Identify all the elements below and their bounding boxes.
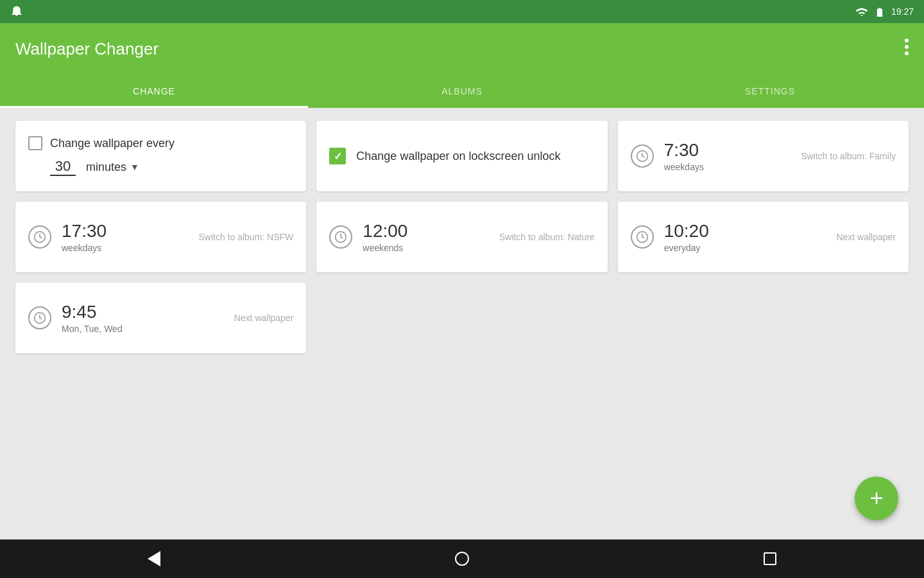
lockscreen-card[interactable]: Change wallpaper on lockscreen unlock [316, 121, 607, 191]
clock-icon-0 [631, 144, 654, 168]
fab-add-button[interactable]: + [855, 477, 898, 520]
clock-icon-4 [28, 306, 51, 329]
schedule-days-4: Mon, Tue, Wed [62, 324, 224, 334]
schedule-info-0: 7:30 weekdays [664, 140, 791, 172]
schedule-action-1: Switch to album: NSFW [199, 232, 294, 242]
fab-plus-icon: + [869, 487, 883, 510]
app-notification-icon [10, 5, 23, 18]
battery-icon [873, 6, 886, 17]
schedule-info-2: 12:00 weekends [363, 221, 489, 253]
svg-point-2 [905, 51, 909, 55]
app-title: Wallpaper Changer [15, 39, 158, 59]
status-time: 19:27 [891, 6, 914, 17]
schedule-card-4[interactable]: 9:45 Mon, Tue, Wed Next wallpaper [15, 283, 306, 353]
change-wallpaper-checkbox[interactable] [28, 136, 42, 150]
nav-back-button[interactable] [135, 539, 173, 578]
interval-unit[interactable]: minutes ▼ [86, 161, 139, 174]
nav-recent-button[interactable] [751, 539, 789, 578]
nav-home-button[interactable] [443, 539, 481, 578]
schedule-days-1: weekdays [62, 243, 189, 253]
schedule-time-3: 10:20 [664, 221, 826, 241]
clock-icon-2 [329, 225, 352, 249]
nav-home-icon [455, 552, 469, 566]
change-wallpaper-top-row: Change wallpaper every [28, 136, 175, 150]
lockscreen-checkbox[interactable] [329, 148, 346, 164]
schedule-action-4: Next wallpaper [234, 313, 294, 323]
status-bar-right: 19:27 [855, 6, 914, 17]
app-bar: Wallpaper Changer [0, 23, 924, 74]
change-wallpaper-card[interactable]: Change wallpaper every 30 minutes ▼ [15, 121, 306, 191]
wifi-icon [855, 6, 868, 17]
tab-settings[interactable]: SETTINGS [616, 74, 924, 108]
tab-albums[interactable]: ALBUMS [308, 74, 616, 108]
schedule-info-4: 9:45 Mon, Tue, Wed [62, 302, 224, 334]
schedule-days-3: everyday [664, 243, 826, 253]
change-wallpaper-bottom-row: 30 minutes ▼ [28, 158, 139, 176]
schedule-card-2[interactable]: 12:00 weekends Switch to album: Nature [316, 202, 607, 272]
status-bar: 19:27 [0, 0, 924, 23]
change-wallpaper-label: Change wallpaper every [50, 137, 175, 150]
schedule-days-2: weekends [363, 243, 489, 253]
schedule-time-1: 17:30 [62, 221, 189, 241]
schedule-time-0: 7:30 [664, 140, 791, 161]
main-content: Change wallpaper every 30 minutes ▼ Chan… [0, 108, 924, 539]
status-bar-left [10, 5, 23, 18]
schedule-action-2: Switch to album: Nature [499, 232, 595, 242]
schedule-action-0: Switch to album: Family [801, 151, 896, 161]
interval-dropdown-arrow: ▼ [130, 162, 139, 172]
interval-value[interactable]: 30 [50, 158, 76, 176]
bottom-nav [0, 539, 924, 578]
nav-recent-icon [764, 552, 776, 565]
schedule-action-3: Next wallpaper [836, 232, 896, 242]
svg-point-0 [905, 39, 909, 42]
tabs-bar: CHANGE ALBUMS SETTINGS [0, 74, 924, 108]
tab-change[interactable]: CHANGE [0, 74, 308, 108]
schedule-card-1[interactable]: 17:30 weekdays Switch to album: NSFW [15, 202, 306, 272]
schedule-info-3: 10:20 everyday [664, 221, 826, 253]
schedule-days-0: weekdays [664, 162, 791, 172]
clock-icon-1 [28, 225, 51, 249]
lockscreen-label: Change wallpaper on lockscreen unlock [356, 150, 560, 163]
schedule-card-0[interactable]: 7:30 weekdays Switch to album: Family [618, 121, 909, 191]
schedule-card-3[interactable]: 10:20 everyday Next wallpaper [618, 202, 909, 272]
nav-back-icon [148, 551, 160, 566]
svg-point-1 [905, 45, 909, 49]
more-menu-button[interactable] [905, 39, 909, 60]
clock-icon-3 [631, 225, 654, 249]
schedule-time-4: 9:45 [62, 302, 224, 322]
schedule-time-2: 12:00 [363, 221, 489, 241]
schedule-info-1: 17:30 weekdays [62, 221, 189, 253]
